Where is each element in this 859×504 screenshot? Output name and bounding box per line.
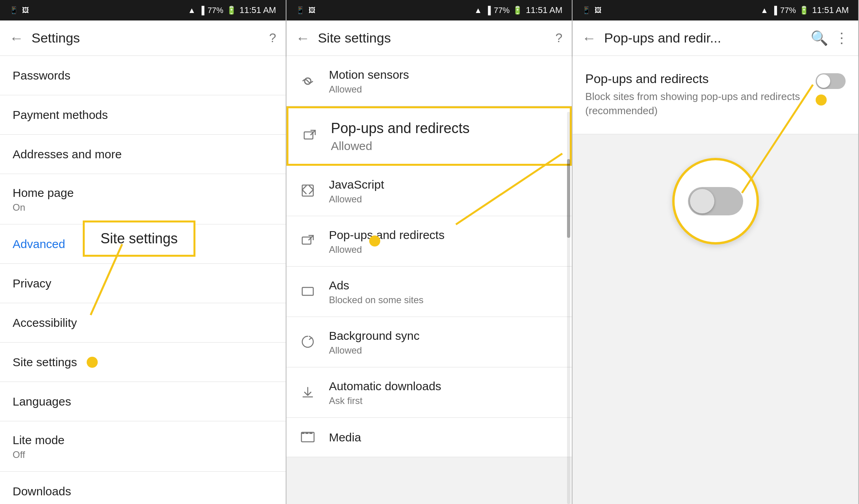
big-toggle-switch[interactable]: [688, 187, 743, 215]
list-item-homepage[interactable]: Home page On: [0, 174, 286, 224]
battery-icon-3: 🔋: [799, 6, 809, 15]
toggle-knob-small: [817, 74, 830, 88]
popups-panel: 📱 🖼 ▲ ▐ 77% 🔋 11:51 AM ← Pop-ups and red…: [573, 0, 859, 504]
payment-label: Payment methods: [13, 107, 273, 122]
popup-icon-highlight: [301, 129, 318, 143]
lite-mode-subtitle: Off: [13, 449, 273, 460]
help-button-2[interactable]: ?: [556, 31, 563, 45]
yellow-dot-1: [87, 357, 98, 368]
signal-icon-2: ▐: [485, 6, 491, 15]
popups-title: Pop-ups and redir...: [604, 30, 803, 46]
list-item-accessibility[interactable]: Accessibility: [0, 303, 286, 343]
battery-pct-1: 77%: [208, 6, 223, 15]
big-toggle-knob: [690, 189, 714, 213]
sim-icon: 📱: [9, 6, 18, 15]
popups-toggle-small[interactable]: [816, 73, 846, 89]
list-item-ads[interactable]: Ads Blocked on some sites: [286, 267, 572, 317]
background-sync-label: Background sync: [329, 328, 560, 343]
settings-title: Settings: [32, 30, 261, 46]
search-button[interactable]: 🔍: [811, 30, 828, 46]
wifi-icon-1: ▲: [188, 6, 196, 15]
privacy-label: Privacy: [13, 276, 273, 291]
popups2-label: Pop-ups and redirects: [329, 227, 560, 243]
svg-rect-10: [309, 432, 312, 434]
js-icon: [299, 183, 316, 198]
svg-rect-8: [301, 432, 305, 434]
list-item-lite-mode[interactable]: Lite mode Off: [0, 421, 286, 472]
motion-sensors-subtitle: Allowed: [329, 84, 560, 95]
gallery-icon-2: 🖼: [309, 6, 316, 15]
media-label: Media: [329, 430, 560, 445]
site-settings-label: Site settings: [13, 354, 273, 370]
lite-mode-label: Lite mode: [13, 432, 273, 448]
settings-app-bar: ← Settings ?: [0, 20, 286, 56]
popups-setting-desc: Block sites from showing pop-ups and red…: [585, 89, 814, 118]
homepage-label: Home page: [13, 185, 273, 200]
list-item-privacy[interactable]: Privacy: [0, 264, 286, 303]
settings-panel: 📱 🖼 ▲ ▐ 77% 🔋 11:51 AM ← Settings ? Pass…: [0, 0, 286, 504]
auto-downloads-subtitle: Ask first: [329, 395, 560, 406]
site-settings-list: Motion sensors Allowed Pop-ups and redir…: [286, 56, 572, 504]
list-item-auto-downloads[interactable]: Automatic downloads Ask first: [286, 367, 572, 418]
signal-icon-3: ▐: [772, 6, 777, 15]
list-item-payment[interactable]: Payment methods: [0, 95, 286, 135]
list-item-media[interactable]: Media: [286, 418, 572, 457]
list-item-popups-highlight[interactable]: Pop-ups and redirects Allowed: [286, 106, 572, 166]
signal-icon-1: ▐: [199, 6, 205, 15]
battery-icon-1: 🔋: [227, 6, 236, 15]
popups-setting-title: Pop-ups and redirects: [585, 72, 814, 86]
list-item-popups2[interactable]: Pop-ups and redirects Allowed: [286, 216, 572, 267]
background-sync-subtitle: Allowed: [329, 345, 560, 356]
popups-highlight-label: Pop-ups and redirects: [331, 119, 558, 138]
big-toggle-area: [573, 134, 858, 268]
addresses-label: Addresses and more: [13, 146, 273, 162]
site-settings-label-box: Site settings: [83, 220, 195, 257]
yellow-dot-2: [369, 235, 380, 246]
ads-subtitle: Blocked on some sites: [329, 295, 560, 306]
list-item-site-settings[interactable]: Site settings: [0, 343, 286, 382]
downloads-label: Downloads: [13, 484, 273, 499]
scrollbar-thumb[interactable]: [567, 159, 570, 238]
yellow-dot-3: [816, 94, 827, 106]
accessibility-label: Accessibility: [13, 315, 273, 330]
back-button-1[interactable]: ←: [9, 30, 24, 46]
battery-pct-3: 77%: [780, 6, 796, 15]
svg-rect-2: [304, 132, 313, 139]
languages-label: Languages: [13, 394, 273, 409]
back-button-2[interactable]: ←: [296, 30, 310, 46]
javascript-label: JavaScript: [329, 177, 560, 192]
big-toggle-circle[interactable]: [672, 158, 759, 245]
popups-app-bar: ← Pop-ups and redir... 🔍 ⋮: [573, 20, 858, 56]
list-item-background-sync[interactable]: Background sync Allowed: [286, 317, 572, 367]
more-options-button[interactable]: ⋮: [835, 30, 849, 46]
list-item-motion-sensors[interactable]: Motion sensors Allowed: [286, 56, 572, 106]
battery-pct-2: 77%: [494, 6, 509, 15]
site-settings-app-bar: ← Site settings ?: [286, 20, 572, 56]
ads-label: Ads: [329, 278, 560, 293]
popups-highlight-subtitle: Allowed: [331, 139, 558, 153]
auto-downloads-label: Automatic downloads: [329, 378, 560, 394]
time-2: 11:51 AM: [526, 5, 562, 15]
javascript-subtitle: Allowed: [329, 194, 560, 205]
download-icon: [299, 385, 316, 399]
svg-rect-5: [302, 287, 313, 295]
svg-rect-3: [302, 185, 313, 196]
svg-rect-9: [305, 432, 309, 434]
media-icon: [299, 430, 316, 444]
list-item-addresses[interactable]: Addresses and more: [0, 135, 286, 174]
battery-icon-2: 🔋: [513, 6, 522, 15]
list-item-downloads[interactable]: Downloads: [0, 472, 286, 504]
gallery-icon-3: 🖼: [595, 6, 602, 15]
scrollbar-track[interactable]: [567, 112, 570, 504]
help-button-1[interactable]: ?: [269, 31, 276, 45]
status-bar-2: 📱 🖼 ▲ ▐ 77% 🔋 11:51 AM: [286, 0, 572, 20]
list-item-javascript[interactable]: JavaScript Allowed: [286, 166, 572, 216]
list-item-languages[interactable]: Languages: [0, 382, 286, 421]
time-3: 11:51 AM: [812, 5, 849, 15]
sim-icon-3: 📱: [582, 6, 591, 15]
time-1: 11:51 AM: [240, 5, 276, 15]
site-settings-panel: 📱 🖼 ▲ ▐ 77% 🔋 11:51 AM ← Site settings ?: [286, 0, 573, 504]
back-button-3[interactable]: ←: [582, 30, 596, 46]
list-item-passwords[interactable]: Passwords: [0, 56, 286, 95]
status-bar-3: 📱 🖼 ▲ ▐ 77% 🔋 11:51 AM: [573, 0, 858, 20]
